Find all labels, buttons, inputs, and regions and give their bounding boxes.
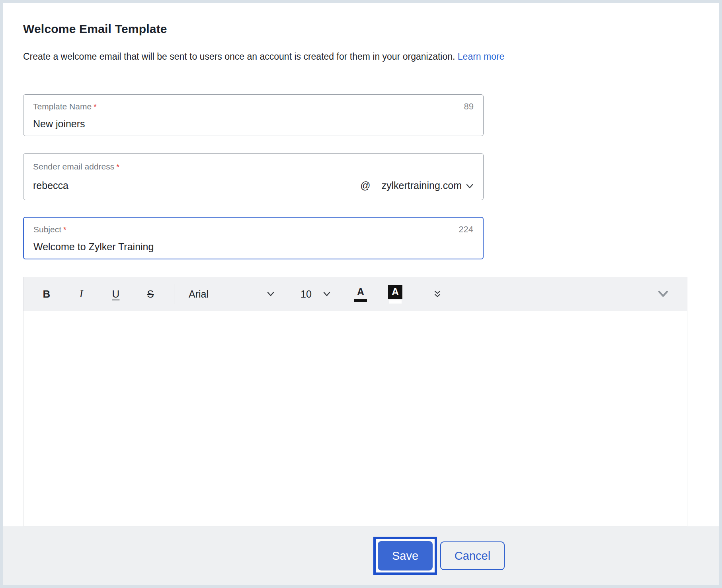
font-size-dropdown[interactable]: 10	[293, 283, 337, 305]
sender-email-label: Sender email address*	[33, 162, 119, 172]
more-formatting-options-button[interactable]	[426, 283, 449, 305]
editor-body[interactable]	[23, 311, 687, 526]
subject-input[interactable]: Welcome to Zylker Training	[33, 241, 473, 253]
bold-button[interactable]: B	[35, 283, 58, 305]
chevron-down-icon	[466, 183, 474, 189]
toolbar-separator	[342, 284, 342, 304]
chevron-down-icon	[267, 291, 275, 297]
subject-char-counter: 224	[459, 224, 473, 234]
save-button-focus-ring: Save	[373, 537, 437, 575]
required-asterisk: *	[94, 102, 97, 111]
toolbar-collapse-button[interactable]	[657, 290, 669, 298]
editor-toolbar: B I U S Arial 10 A	[23, 277, 687, 311]
highlight-color-button[interactable]: A	[384, 283, 406, 305]
template-name-char-counter: 89	[464, 101, 474, 111]
email-body-editor: B I U S Arial 10 A	[23, 277, 687, 526]
template-name-input[interactable]: New joiners	[33, 118, 474, 130]
toolbar-separator	[174, 284, 174, 304]
font-color-letter: A	[357, 286, 364, 298]
strikethrough-button[interactable]: S	[139, 283, 162, 305]
chevron-down-icon	[657, 290, 669, 298]
font-color-button[interactable]: A	[349, 283, 372, 305]
subject-label: Subject*	[33, 224, 66, 235]
footer-bar: Save Cancel	[3, 526, 719, 585]
at-sign: @	[360, 179, 370, 191]
font-size-value: 10	[301, 288, 312, 300]
chevron-down-icon	[323, 291, 331, 297]
subject-label-text: Subject	[33, 225, 61, 234]
highlight-color-swatch	[389, 300, 402, 304]
double-chevron-down-icon	[433, 290, 442, 298]
underline-button[interactable]: U	[105, 283, 127, 305]
subject-field: Subject* 224 Welcome to Zylker Training	[23, 217, 484, 259]
page-description: Create a welcome email that will be sent…	[23, 51, 719, 62]
sender-email-local-input[interactable]: rebecca	[33, 179, 360, 191]
font-color-swatch	[354, 299, 367, 302]
sender-domain-select[interactable]: zylkertraining.com	[382, 179, 474, 191]
highlight-color-letter: A	[388, 285, 402, 299]
sender-email-label-text: Sender email address	[33, 162, 114, 171]
learn-more-link[interactable]: Learn more	[458, 51, 505, 62]
italic-button[interactable]: I	[70, 283, 92, 305]
cancel-button[interactable]: Cancel	[440, 541, 505, 570]
sender-email-field: Sender email address* rebecca @ zylkertr…	[23, 153, 484, 200]
footer-buttons: Save Cancel	[373, 537, 505, 575]
page-title: Welcome Email Template	[23, 22, 719, 36]
template-name-field: Template Name* 89 New joiners	[23, 94, 484, 136]
font-family-dropdown[interactable]: Arial	[181, 283, 281, 305]
save-button[interactable]: Save	[378, 541, 433, 570]
welcome-email-template-page: Welcome Email Template Create a welcome …	[0, 0, 722, 588]
font-family-value: Arial	[189, 288, 209, 300]
page-description-text: Create a welcome email that will be sent…	[23, 51, 455, 62]
required-asterisk: *	[63, 225, 66, 234]
sender-domain-value: zylkertraining.com	[382, 179, 462, 191]
toolbar-separator	[286, 284, 286, 304]
required-asterisk: *	[116, 162, 119, 171]
toolbar-separator	[419, 284, 419, 304]
template-name-label-text: Template Name	[33, 102, 92, 111]
template-name-label: Template Name*	[33, 101, 97, 112]
